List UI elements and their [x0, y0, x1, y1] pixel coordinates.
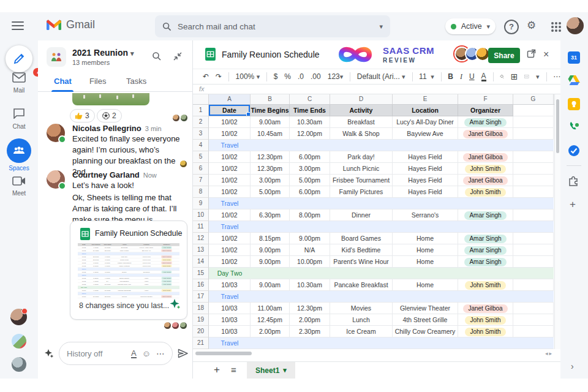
sheet-cell[interactable]: Lucy's All-Day Diner [393, 116, 458, 128]
compose-button[interactable] [6, 45, 32, 72]
sheet-cell[interactable]: Park day! [330, 151, 393, 163]
sheet-cell[interactable]: Family Pictures [330, 186, 393, 198]
sheet-cell[interactable]: Ice Cream [330, 326, 393, 337]
row-number[interactable]: 3 [193, 128, 209, 140]
reaction-soccer[interactable]: 2 [97, 109, 122, 123]
vertical-scroll-thumb[interactable] [556, 99, 559, 153]
sheet-cell[interactable]: Breakfast [330, 116, 393, 128]
sheet-cell[interactable]: Lunch [330, 314, 393, 326]
decrease-decimals-button[interactable]: .0 [298, 72, 304, 81]
row-number[interactable]: 4 [193, 140, 209, 151]
sheet-cell[interactable]: 10.30am [290, 279, 330, 291]
share-button[interactable]: Share [488, 48, 520, 63]
message-input[interactable]: History off A ☺ ⋯ [59, 342, 173, 365]
travel-band-cell[interactable] [209, 140, 554, 151]
reaction-thumbs-up[interactable]: 3 [70, 109, 95, 123]
underline-button[interactable]: U [469, 72, 475, 81]
format-text-icon[interactable]: A [131, 349, 137, 358]
sheet-cell[interactable]: Hayes Field [393, 151, 458, 163]
italic-button[interactable]: I [460, 72, 462, 81]
sheet-file-title[interactable]: Family Reunion Schedule [222, 50, 320, 59]
sheet-cell[interactable] [513, 326, 554, 337]
more-options-icon[interactable]: ⋯ [156, 349, 165, 358]
bold-button[interactable]: B [448, 72, 453, 81]
fill-color-icon[interactable] [500, 72, 504, 81]
collapse-panel-icon[interactable] [173, 51, 183, 61]
sheet-cell[interactable]: Organizer [458, 105, 513, 116]
calendar-icon[interactable]: 31 [568, 51, 580, 64]
sheet-cell[interactable]: Amar Singh [458, 116, 513, 128]
sheet-cell[interactable]: Time Ends [290, 105, 330, 116]
sheet-cell[interactable]: Frisbee Tournament [330, 175, 393, 186]
row-number[interactable]: 20 [193, 326, 209, 337]
sheet-tab[interactable]: Sheet1 ▾ [247, 362, 295, 379]
sheet-cell[interactable]: Location [393, 105, 458, 116]
number-format-select[interactable]: 123▾ [328, 72, 344, 81]
sheet-cell[interactable]: 6.00pm [290, 151, 330, 163]
sheet-cell[interactable]: 5.00pm [251, 186, 290, 198]
horizontal-scroll-thumb[interactable] [195, 352, 252, 355]
open-in-new-icon[interactable] [527, 49, 536, 58]
sheet-cell[interactable]: 10/03 [209, 314, 251, 326]
column-header-A[interactable]: A [209, 94, 251, 104]
row-number[interactable]: 13 [193, 244, 209, 256]
sheet-cell[interactable]: 4th Street Grille [393, 314, 458, 326]
search-bar[interactable]: Search mail and chat ▾ [155, 15, 390, 37]
sheet-cell[interactable]: 10/02 [209, 209, 251, 221]
keep-icon[interactable] [568, 98, 580, 110]
font-select[interactable]: Default (Ari... ▾ [357, 72, 405, 81]
sheet-cell[interactable]: 10.30am [290, 116, 330, 128]
tab-tasks[interactable]: Tasks [126, 77, 146, 86]
sheet-cell[interactable]: Parent's Wine Hour [330, 256, 393, 268]
sheet-cell[interactable]: 9.00am [251, 279, 290, 291]
tab-chat[interactable]: Chat [54, 77, 72, 86]
row-number[interactable]: 21 [193, 337, 209, 349]
sheet-cell[interactable]: Board Games [330, 233, 393, 244]
sheet-cell[interactable] [513, 105, 554, 116]
search-options-caret-icon[interactable]: ▾ [379, 23, 383, 31]
sheet-cell[interactable]: Janet Gilboa [458, 151, 513, 163]
row-number[interactable]: 14 [193, 256, 209, 268]
sheet-cell[interactable]: 12.30pm [290, 303, 330, 314]
sparkle-summary-icon[interactable] [170, 298, 181, 309]
row-number[interactable]: 8 [193, 186, 209, 198]
increase-decimals-button[interactable]: .00 [311, 72, 321, 81]
sheet-cell[interactable] [513, 244, 554, 256]
tasks-icon[interactable] [568, 145, 580, 157]
sheet-cell[interactable]: 6.30pm [251, 209, 290, 221]
borders-icon[interactable]: ⊞ [511, 72, 518, 81]
formula-bar[interactable]: fx [193, 85, 560, 94]
sheet-cell[interactable]: 12.00pm [290, 128, 330, 140]
status-selector[interactable]: Active ▾ [445, 18, 496, 34]
format-currency-button[interactable]: $ [274, 72, 278, 81]
sheet-cell[interactable]: Chilly Cow Creamery [393, 326, 458, 337]
sheet-cell[interactable]: Glenview Theater [393, 303, 458, 314]
close-icon[interactable]: × [543, 49, 549, 60]
shared-photo-thumbnail[interactable] [72, 93, 149, 105]
sheet-cell[interactable]: Serrano's [393, 209, 458, 221]
sheet-cell[interactable]: Dinner [330, 209, 393, 221]
sheet-cell[interactable]: 10/02 [209, 151, 251, 163]
sheet-cell[interactable]: 5.00pm [290, 175, 330, 186]
sheet-cell[interactable]: Activity [330, 105, 393, 116]
sheet-cell[interactable]: Time Begins [251, 105, 290, 116]
sheet-cell[interactable]: Movies [330, 303, 393, 314]
sheet-cell[interactable]: Home [393, 244, 458, 256]
sidebar-item-meet[interactable]: Meet [0, 176, 38, 197]
format-percent-button[interactable]: % [284, 72, 291, 81]
sheet-cell[interactable]: Hayes Field [393, 186, 458, 198]
sheet-cell[interactable]: 2.00pm [251, 326, 290, 337]
tab-files[interactable]: Files [89, 77, 106, 86]
sheet-cell[interactable]: Amar Singh [458, 256, 513, 268]
toolbar-more-icon[interactable]: ⋯ [553, 72, 560, 81]
google-apps-grid-icon[interactable] [551, 22, 554, 24]
drive-icon[interactable] [568, 75, 580, 87]
sheet-cell[interactable]: 9.00am [251, 116, 290, 128]
sheet-cell[interactable]: 2.00pm [290, 314, 330, 326]
sheet-cell[interactable]: 9.00pm [251, 256, 290, 268]
sheet-cell[interactable] [513, 151, 554, 163]
sheet-cell[interactable]: Date [209, 105, 251, 116]
main-menu-icon[interactable] [12, 21, 24, 30]
smart-compose-sparkle-icon[interactable] [44, 349, 54, 358]
sheet-cell[interactable] [513, 314, 554, 326]
